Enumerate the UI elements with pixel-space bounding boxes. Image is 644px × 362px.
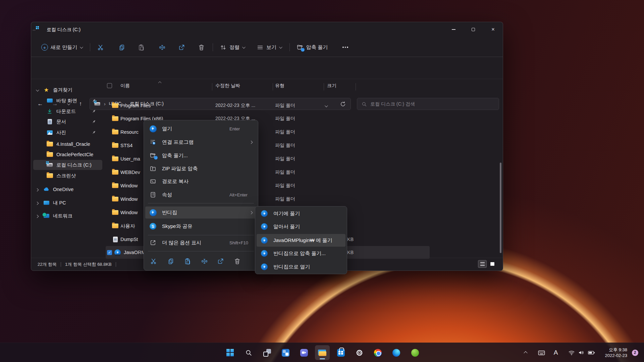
sort-button[interactable]: 정렬 (218, 41, 247, 54)
paste-button[interactable] (136, 41, 147, 54)
task-view-button[interactable] (260, 345, 274, 360)
touch-keyboard-button[interactable] (535, 343, 547, 362)
menu-item-copy-path[interactable]: 경로로 복사 (145, 175, 257, 187)
sidebar-item-favorites[interactable]: ★ 즐겨찾기 (33, 85, 102, 95)
thumbnail-view-icon (490, 262, 494, 266)
skype-icon: S (149, 223, 157, 230)
notification-badge: 2 (632, 350, 638, 356)
gear-icon (356, 349, 363, 357)
more-toolbar-button[interactable] (340, 41, 350, 54)
chevron-collapsed-icon[interactable] (36, 187, 38, 192)
pictures-icon (46, 130, 53, 135)
submenu-item-extract-here[interactable]: 여기에 풀기 (257, 207, 345, 220)
chevron-collapsed-icon[interactable] (36, 213, 38, 219)
row-checkbox[interactable]: ✓ (107, 246, 112, 259)
edge-button[interactable] (389, 345, 404, 360)
network-volume-battery-button[interactable] (565, 343, 598, 362)
task-view-icon (263, 349, 271, 357)
cut-button[interactable] (148, 256, 159, 266)
menu-item-share-skype[interactable]: S Skype와 공유 (145, 220, 257, 232)
share-button[interactable] (215, 256, 226, 266)
sidebar: ★ 즐겨찾기 바탕 화면 다운로드 문서 사진 (31, 79, 104, 258)
tray-overflow-button[interactable] (521, 343, 530, 362)
column-header-type[interactable]: 유형 (275, 83, 284, 89)
details-view-button[interactable] (478, 260, 487, 268)
vertical-scrollbar[interactable] (500, 163, 501, 253)
start-button[interactable] (223, 345, 237, 360)
new-button[interactable]: + 새로 만들기 (39, 41, 84, 54)
open-with-icon (149, 139, 157, 145)
sidebar-item-documents[interactable]: 문서 (33, 117, 102, 127)
submenu-item-extract-with-bandizip[interactable]: 반디집으로 압축 풀기... (257, 247, 345, 260)
titlebar[interactable]: 로컬 디스크 (C:) × (31, 22, 503, 38)
column-header-name[interactable]: 이름 (120, 83, 130, 89)
clock-button[interactable]: 오후 9:38 2022-02-23 (600, 343, 627, 362)
rename-button[interactable] (157, 41, 168, 54)
submenu-item-extract-to-folder[interactable]: JavaORMPlugin₩ 에 풀기 (257, 234, 345, 247)
thumbnail-view-button[interactable] (488, 260, 497, 268)
submenu-arrow-icon (250, 211, 253, 214)
select-all-checkbox[interactable] (107, 83, 112, 88)
desktop: 로컬 디스크 (C:) × + 새로 만들기 정렬 (0, 0, 644, 362)
sidebar-item-local-disk-c[interactable]: 로컬 디스크 (C:) (33, 160, 102, 170)
chrome-icon (374, 349, 382, 357)
delete-button[interactable] (196, 41, 207, 54)
column-header-date[interactable]: 수정한 날짜 (215, 83, 240, 89)
file-explorer-button[interactable] (315, 345, 330, 360)
chrome-button[interactable] (370, 345, 385, 360)
sidebar-item-onedrive[interactable]: OneDrive (33, 184, 102, 194)
desktop-icon (46, 99, 53, 103)
sidebar-item-pictures[interactable]: 사진 (33, 127, 102, 137)
menu-item-extract[interactable]: → 압축 풀기... (145, 149, 257, 162)
chevron-expanded-icon[interactable] (36, 87, 38, 93)
file-row[interactable]: Program Files 2022-02-23 오후 ... 파일 폴더 (106, 99, 430, 112)
search-button[interactable] (241, 345, 256, 360)
network-icon (43, 214, 50, 218)
copy-button[interactable] (116, 41, 127, 54)
menu-item-open[interactable]: 열기 Enter (145, 123, 257, 135)
column-header-size[interactable]: 크기 (327, 83, 336, 89)
spring-tools-button[interactable] (408, 345, 422, 360)
microsoft-store-button[interactable] (333, 345, 348, 360)
sidebar-item-folder[interactable]: 스크린샷 (33, 171, 102, 181)
widgets-button[interactable] (278, 345, 293, 360)
folder-icon (112, 220, 118, 232)
view-button[interactable]: 보기 (255, 41, 283, 54)
documents-icon (46, 119, 53, 124)
sidebar-item-this-pc[interactable]: 내 PC (33, 198, 102, 208)
ime-mode-button[interactable]: A (550, 343, 561, 362)
close-button[interactable]: × (485, 22, 501, 37)
pin-icon (92, 119, 96, 124)
sidebar-item-network[interactable]: 네트워크 (33, 211, 102, 221)
submenu-item-smart-extract[interactable]: 알아서 풀기 (257, 220, 345, 233)
sidebar-item-folder[interactable]: OraclePerfectCle (33, 149, 102, 160)
sidebar-item-downloads[interactable]: 다운로드 (33, 106, 102, 116)
status-divider (116, 262, 116, 267)
sidebar-item-folder[interactable]: 4.Install_Oracle (33, 139, 102, 149)
bandizip-icon (149, 209, 157, 216)
maximize-button[interactable] (466, 22, 481, 37)
chat-button[interactable] (297, 345, 311, 360)
sidebar-item-desktop[interactable]: 바탕 화면 (33, 96, 102, 106)
zip-folder-icon (149, 165, 157, 172)
minimize-button[interactable] (446, 22, 461, 37)
menu-item-open-with[interactable]: 연결 프로그램 (145, 136, 257, 148)
rename-button[interactable] (199, 256, 210, 266)
pin-icon (92, 130, 96, 135)
extract-button[interactable]: → 압축 풀기 (294, 41, 330, 54)
cut-button[interactable] (95, 41, 106, 54)
menu-item-show-more-options[interactable]: 더 많은 옵션 표시 Shift+F10 (145, 237, 257, 249)
menu-item-properties[interactable]: 속성 Alt+Enter (145, 189, 257, 201)
notification-center-button[interactable]: 2 (630, 343, 640, 362)
copy-button[interactable] (165, 256, 176, 266)
pc-icon (43, 201, 50, 205)
submenu-item-open-with-bandizip[interactable]: 반디집으로 열기 (257, 260, 345, 273)
menu-item-compress-zip[interactable]: ZIP 파일로 압축 (145, 163, 257, 175)
wifi-icon (568, 349, 575, 356)
share-button[interactable] (176, 41, 187, 54)
settings-button[interactable] (352, 345, 367, 360)
paste-button[interactable] (182, 256, 193, 266)
delete-button[interactable] (231, 256, 243, 266)
menu-item-bandizip[interactable]: 반디집 (145, 206, 257, 219)
chevron-collapsed-icon[interactable] (36, 200, 38, 205)
